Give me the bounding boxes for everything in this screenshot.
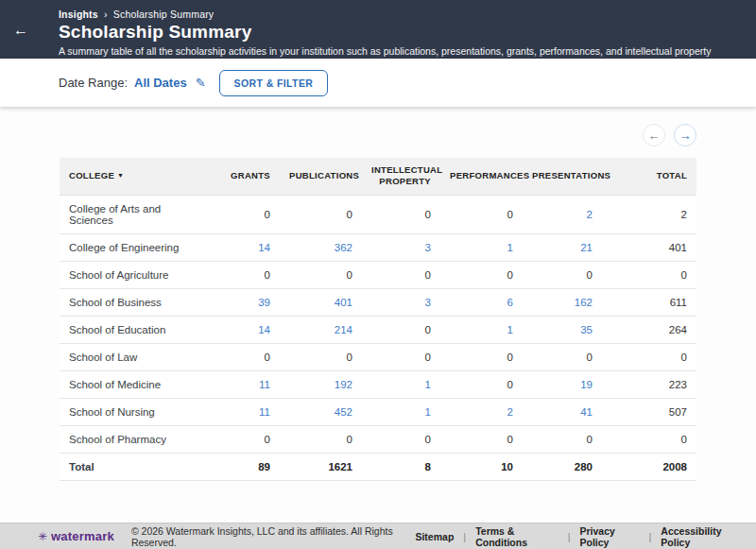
breadcrumb-current: Scholarship Summary xyxy=(113,9,215,20)
grants-cell: 14 xyxy=(211,233,280,261)
page-description: A summary table of all the scholarship a… xyxy=(59,45,756,57)
intellectual-property-cell: 3 xyxy=(362,233,440,261)
total-presentations: 280 xyxy=(523,453,602,480)
total-intellectual-property: 8 xyxy=(362,453,440,480)
footer-link-terms[interactable]: Terms & Conditions xyxy=(475,525,558,548)
publications-cell: 0 xyxy=(280,425,362,453)
column-header-grants[interactable]: Grants xyxy=(211,158,280,195)
publications-value-link[interactable]: 214 xyxy=(335,324,352,335)
grants-value-link[interactable]: 14 xyxy=(258,324,270,335)
intellectual-property-cell: 0 xyxy=(362,343,440,370)
total-row-label: Total xyxy=(60,453,211,480)
app-header: ← Insights › Scholarship Summary Scholar… xyxy=(0,0,756,59)
total-grants: 89 xyxy=(211,453,280,480)
publications-cell: 0 xyxy=(280,343,362,370)
column-header-presentations[interactable]: Presentations xyxy=(523,158,602,195)
performances-cell: 0 xyxy=(440,195,523,233)
row-total-cell: 223 xyxy=(602,370,696,398)
copyright-text: © 2026 Watermark Insights, LLC and its a… xyxy=(131,525,416,548)
performances-value-link[interactable]: 2 xyxy=(507,406,513,418)
publications-value-link[interactable]: 452 xyxy=(335,406,352,418)
presentations-value-link[interactable]: 21 xyxy=(580,242,593,253)
intellectual-property-cell: 0 xyxy=(362,261,440,288)
performances-cell: 2 xyxy=(440,398,523,425)
grants-cell: 11 xyxy=(211,398,280,425)
edit-pencil-icon[interactable]: ✎ xyxy=(196,76,206,90)
presentations-cell: 0 xyxy=(523,343,602,370)
breadcrumb-insights[interactable]: Insights xyxy=(59,9,98,20)
previous-page-button[interactable]: ← xyxy=(643,124,665,146)
publications-cell: 362 xyxy=(280,233,362,261)
performances-value-link[interactable]: 1 xyxy=(507,242,513,253)
date-range-toolbar: Date Range: All Dates ✎ SORT & FILTER xyxy=(0,59,756,107)
presentations-cell: 19 xyxy=(523,370,602,398)
next-page-button[interactable]: → xyxy=(674,124,696,146)
breadcrumb-separator: › xyxy=(104,9,108,20)
footer-link-sitemap[interactable]: Sitemap xyxy=(415,531,454,542)
row-total-cell: 0 xyxy=(602,343,696,370)
row-total-cell: 611 xyxy=(602,288,696,316)
presentations-value-link[interactable]: 162 xyxy=(575,297,593,308)
footer-link-privacy[interactable]: Privacy Policy xyxy=(580,525,640,548)
footer-link-accessibility[interactable]: Accessibility Policy xyxy=(661,525,743,548)
pagination-controls: ← → xyxy=(0,107,756,156)
college-name-cell: College of Engineering xyxy=(60,233,211,261)
page-title: Scholarship Summary xyxy=(59,22,756,43)
college-name-cell: School of Law xyxy=(60,343,211,370)
date-range-value-link[interactable]: All Dates xyxy=(134,76,187,90)
row-total-cell: 507 xyxy=(602,398,696,425)
college-name-cell: School of Nursing xyxy=(60,398,211,425)
intellectual-property-value-link[interactable]: 3 xyxy=(425,242,431,253)
grants-value-link[interactable]: 11 xyxy=(259,379,270,390)
publications-value-link[interactable]: 401 xyxy=(335,297,352,308)
performances-cell: 1 xyxy=(440,233,523,261)
grants-value-link[interactable]: 39 xyxy=(258,297,270,308)
performances-cell: 0 xyxy=(440,425,523,453)
app-footer: ✳ watermark © 2026 Watermark Insights, L… xyxy=(0,523,756,549)
column-header-college[interactable]: College▼ xyxy=(60,158,211,195)
sort-descending-icon: ▼ xyxy=(117,172,124,179)
intellectual-property-value-link[interactable]: 1 xyxy=(425,406,431,418)
row-total-cell: 264 xyxy=(602,316,696,343)
performances-value-link[interactable]: 1 xyxy=(507,324,513,335)
presentations-cell: 2 xyxy=(523,195,602,233)
publications-cell: 192 xyxy=(280,370,362,398)
presentations-cell: 35 xyxy=(523,316,602,343)
performances-value-link[interactable]: 6 xyxy=(507,297,513,308)
watermark-logo-text: watermark xyxy=(51,529,114,543)
presentations-value-link[interactable]: 41 xyxy=(580,406,593,418)
grants-cell: 14 xyxy=(211,316,280,343)
column-header-performances[interactable]: Performances xyxy=(440,158,523,195)
table-row: School of Medicine111921019223 xyxy=(60,370,696,398)
intellectual-property-value-link[interactable]: 1 xyxy=(425,379,431,390)
column-header-publications[interactable]: Publications xyxy=(280,158,362,195)
publications-value-link[interactable]: 192 xyxy=(335,379,352,390)
publications-value-link[interactable]: 362 xyxy=(335,242,352,253)
publications-cell: 452 xyxy=(280,398,362,425)
grants-cell: 0 xyxy=(211,425,280,453)
grants-cell: 39 xyxy=(211,288,280,316)
column-header-total[interactable]: Total xyxy=(602,158,696,195)
presentations-value-link[interactable]: 35 xyxy=(580,324,593,335)
grants-value-link[interactable]: 14 xyxy=(258,242,270,253)
table-row: School of Agriculture000000 xyxy=(60,261,696,288)
publications-cell: 401 xyxy=(280,288,362,316)
column-header-intellectual-property[interactable]: Intellectual Property xyxy=(362,158,440,195)
college-name-cell: College of Arts and Sciences xyxy=(60,195,211,233)
scholarship-summary-table: College▼ Grants Publications Intellectua… xyxy=(60,158,696,481)
grants-value-link[interactable]: 11 xyxy=(259,406,270,418)
presentations-value-link[interactable]: 2 xyxy=(587,209,593,220)
footer-link-separator: | xyxy=(568,531,571,542)
watermark-logo: ✳ watermark xyxy=(38,529,114,543)
performances-cell: 0 xyxy=(440,261,523,288)
grants-cell: 11 xyxy=(211,370,280,398)
presentations-value-link[interactable]: 19 xyxy=(580,379,593,390)
college-name-cell: School of Agriculture xyxy=(60,261,211,288)
presentations-cell: 0 xyxy=(523,261,602,288)
back-button[interactable]: ← xyxy=(13,23,28,38)
intellectual-property-value-link[interactable]: 3 xyxy=(425,297,431,308)
sort-filter-button[interactable]: SORT & FILTER xyxy=(219,70,329,96)
publications-cell: 0 xyxy=(280,195,362,233)
table-row: School of Business3940136162611 xyxy=(60,288,696,316)
previous-arrow-icon: ← xyxy=(648,129,661,143)
